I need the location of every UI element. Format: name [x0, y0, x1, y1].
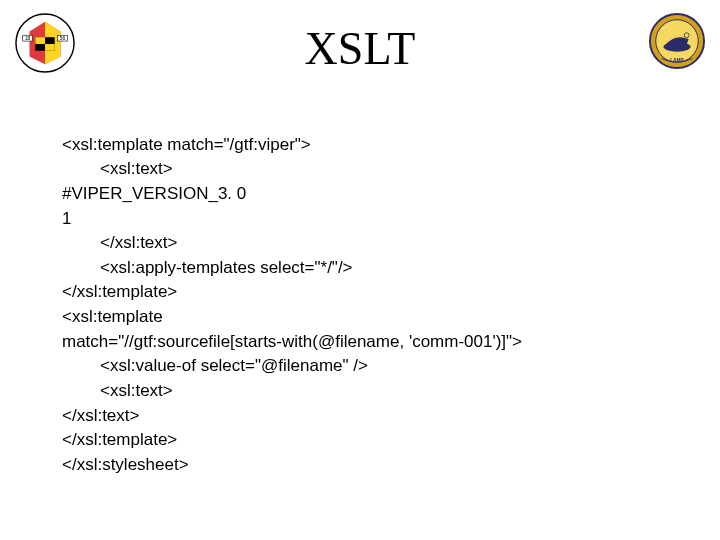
code-line: #VIPER_VERSION_3. 0 [62, 184, 246, 203]
code-line: <xsl:template match="/gtf:viper"> [62, 135, 311, 154]
code-line: <xsl:template [62, 307, 163, 326]
code-line: 1 [62, 209, 71, 228]
xslt-code-block: <xsl:template match="/gtf:viper"> <xsl:t… [62, 108, 658, 478]
code-line: </xsl:text> [62, 406, 139, 425]
code-line: </xsl:template> [62, 430, 177, 449]
code-line: match="//gtf:sourcefile[starts-with(@fil… [62, 332, 522, 351]
code-line: </xsl:text> [100, 233, 177, 252]
code-line: <xsl:text> [100, 159, 173, 178]
slide-title: XSLT [0, 22, 720, 75]
code-line: </xsl:stylesheet> [62, 455, 189, 474]
code-line: <xsl:value-of select="@filename" /> [100, 356, 368, 375]
code-line: <xsl:text> [100, 381, 173, 400]
code-line: </xsl:template> [62, 282, 177, 301]
code-line: <xsl:apply-templates select="*/"/> [100, 258, 353, 277]
